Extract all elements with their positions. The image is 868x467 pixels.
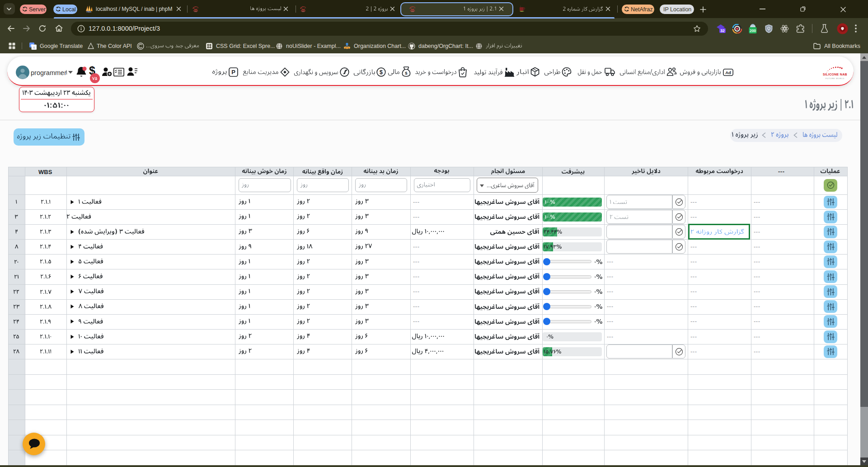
svg-text:P: P <box>231 69 235 75</box>
svg-text:32: 32 <box>720 28 725 33</box>
svg-text:FUTURE WORLD: FUTURE WORLD <box>826 77 845 80</box>
svg-text:G: G <box>30 43 33 47</box>
svg-text:SILICONE NAB: SILICONE NAB <box>823 73 847 76</box>
svg-text:200: 200 <box>750 28 756 33</box>
svg-text:Ad: Ad <box>725 70 731 75</box>
svg-text:$: $ <box>380 69 383 75</box>
svg-text:$: $ <box>405 71 408 75</box>
svg-text:PMA: PMA <box>87 11 92 13</box>
